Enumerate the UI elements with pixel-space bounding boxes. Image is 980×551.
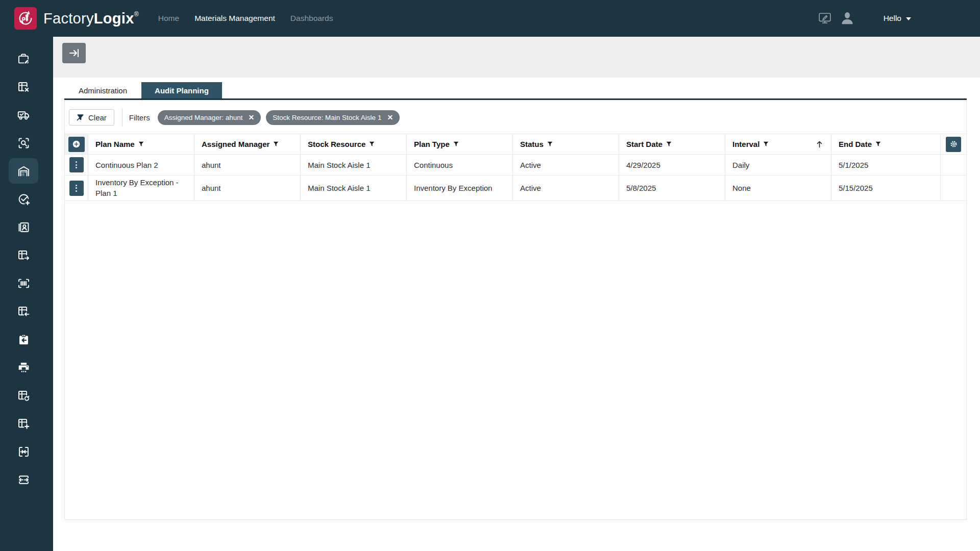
app-logo[interactable] bbox=[14, 7, 37, 30]
table-refresh-icon bbox=[17, 389, 31, 403]
sidebar-item-table-refresh[interactable] bbox=[9, 383, 38, 408]
audit-planning-panel: Clear Filters Assigned Manager: ahunt ✕ … bbox=[64, 100, 967, 520]
filter-funnel-icon[interactable] bbox=[875, 141, 881, 147]
user-menu-caret-icon[interactable] bbox=[906, 17, 911, 20]
col-label: Plan Name bbox=[95, 140, 135, 148]
workstation-edit-icon[interactable] bbox=[818, 12, 831, 25]
sidebar-item-table-import[interactable] bbox=[9, 298, 38, 324]
row-actions-cell bbox=[65, 155, 88, 176]
col-label: Plan Type bbox=[414, 140, 450, 148]
sidebar-item-task-add[interactable] bbox=[9, 186, 38, 212]
table-add-icon bbox=[17, 417, 31, 431]
nav-link-materials-management[interactable]: Materials Management bbox=[194, 14, 275, 23]
cell-interval: None bbox=[725, 176, 831, 201]
filters-label: Filters bbox=[129, 113, 150, 122]
sidebar-item-shipping-truck[interactable] bbox=[9, 102, 38, 128]
cell-plan-name: Inventory By Exception - Plan 1 bbox=[88, 176, 194, 201]
cell-stock-resource: Main Stock Aisle 1 bbox=[301, 176, 407, 201]
cell-stock-resource: Main Stock Aisle 1 bbox=[301, 155, 407, 176]
filter-funnel-icon[interactable] bbox=[763, 141, 769, 147]
tab-administration[interactable]: Administration bbox=[64, 82, 141, 98]
gear-icon bbox=[949, 140, 958, 148]
cell-plan-name: Continuous Plan 2 bbox=[88, 155, 194, 176]
collapse-columns-icon bbox=[17, 445, 31, 459]
clear-label: Clear bbox=[88, 113, 107, 122]
filter-funnel-icon[interactable] bbox=[453, 141, 459, 147]
add-plan-header-cell bbox=[65, 134, 88, 155]
work-order-edit-icon bbox=[17, 52, 31, 66]
chip-text: Stock Resource: Main Stock Aisle 1 bbox=[273, 114, 381, 121]
col-header-status[interactable]: Status bbox=[513, 134, 619, 155]
row-actions-cell bbox=[65, 176, 88, 201]
filter-funnel-icon[interactable] bbox=[273, 141, 279, 147]
user-greeting[interactable]: Hello bbox=[884, 14, 901, 23]
col-label: Status bbox=[520, 140, 544, 148]
filter-funnel-icon[interactable] bbox=[138, 141, 144, 147]
clipboard-return-icon bbox=[17, 333, 31, 346]
cell-assigned-manager: ahunt bbox=[194, 155, 301, 176]
col-label: Stock Resource bbox=[308, 140, 365, 148]
page-tabs: Administration Audit Planning bbox=[64, 82, 222, 98]
cell-start-date: 5/8/2025 bbox=[619, 176, 725, 201]
sidebar-item-warehouse[interactable] bbox=[9, 158, 38, 184]
arrow-to-bar-icon bbox=[68, 47, 80, 59]
main-content: Administration Audit Planning Clear Filt… bbox=[53, 78, 980, 551]
col-header-plan-name[interactable]: Plan Name bbox=[88, 134, 194, 155]
cell-spacer bbox=[941, 155, 966, 176]
expand-columns-icon bbox=[17, 473, 31, 487]
remove-filter-icon[interactable]: ✕ bbox=[249, 114, 255, 121]
sidebar-item-clipboard-return[interactable] bbox=[9, 327, 38, 352]
col-header-stock-resource[interactable]: Stock Resource bbox=[301, 134, 407, 155]
shipping-truck-icon bbox=[17, 108, 31, 122]
sidebar-item-collapse-columns[interactable] bbox=[9, 439, 38, 464]
sidebar-item-contact-card[interactable] bbox=[9, 214, 38, 240]
cell-text: Inventory By Exception - Plan 1 bbox=[95, 175, 194, 201]
col-header-end-date[interactable]: End Date bbox=[831, 134, 941, 155]
col-header-start-date[interactable]: Start Date bbox=[619, 134, 725, 155]
sidebar-item-barcode-scan[interactable] bbox=[9, 270, 38, 296]
nav-link-dashboards[interactable]: Dashboards bbox=[290, 14, 333, 23]
sort-ascending-icon[interactable] bbox=[816, 140, 823, 148]
filters-row: Clear Filters Assigned Manager: ahunt ✕ … bbox=[69, 109, 966, 126]
filter-funnel-icon[interactable] bbox=[547, 141, 553, 147]
col-header-plan-type[interactable]: Plan Type bbox=[407, 134, 513, 155]
cell-plan-type: Inventory By Exception bbox=[407, 176, 513, 201]
row-menu-button[interactable] bbox=[69, 181, 84, 196]
filter-clear-icon bbox=[77, 114, 84, 121]
filter-funnel-icon[interactable] bbox=[666, 141, 672, 147]
audit-plans-table: Plan Name Assigned Manager Stock Resourc… bbox=[65, 134, 966, 201]
expand-panel-button[interactable] bbox=[62, 43, 86, 63]
filter-funnel-icon[interactable] bbox=[369, 141, 375, 147]
sidebar-item-scan-search[interactable] bbox=[9, 130, 38, 156]
brand-name: FactoryLogix® bbox=[43, 10, 139, 27]
sidebar-item-work-order-edit[interactable] bbox=[9, 46, 38, 71]
tab-audit-planning[interactable]: Audit Planning bbox=[141, 82, 222, 98]
cell-end-date: 5/15/2025 bbox=[831, 176, 941, 201]
filter-chip-assigned-manager[interactable]: Assigned Manager: ahunt ✕ bbox=[158, 110, 261, 125]
navbar-right: Hello bbox=[818, 0, 911, 37]
clear-filters-button[interactable]: Clear bbox=[69, 109, 114, 126]
sidebar-item-table-remove[interactable] bbox=[9, 74, 38, 99]
col-label: Interval bbox=[732, 140, 760, 148]
row-menu-button[interactable] bbox=[69, 157, 84, 172]
cell-status: Active bbox=[513, 176, 619, 201]
sidebar-item-expand-columns[interactable] bbox=[9, 467, 38, 492]
barcode-scan-icon bbox=[17, 277, 31, 290]
col-header-interval[interactable]: Interval bbox=[725, 134, 831, 155]
cell-plan-type: Continuous bbox=[407, 155, 513, 176]
primary-nav: Home Materials Management Dashboards bbox=[158, 14, 333, 23]
remove-filter-icon[interactable]: ✕ bbox=[387, 114, 393, 121]
contact-card-icon bbox=[17, 220, 31, 234]
col-header-assigned-manager[interactable]: Assigned Manager bbox=[194, 134, 301, 155]
column-settings-button[interactable] bbox=[946, 137, 961, 152]
user-avatar-icon[interactable] bbox=[840, 11, 855, 26]
add-plan-button[interactable] bbox=[68, 137, 85, 152]
sidebar-item-table-export[interactable] bbox=[9, 242, 38, 268]
sidebar-item-table-add[interactable] bbox=[9, 411, 38, 436]
filters-divider bbox=[122, 108, 122, 127]
filter-chip-stock-resource[interactable]: Stock Resource: Main Stock Aisle 1 ✕ bbox=[266, 110, 400, 125]
table-import-icon bbox=[17, 305, 31, 318]
nav-link-home[interactable]: Home bbox=[158, 14, 179, 23]
sidebar-item-printer[interactable] bbox=[9, 355, 38, 380]
cell-start-date: 4/29/2025 bbox=[619, 155, 725, 176]
